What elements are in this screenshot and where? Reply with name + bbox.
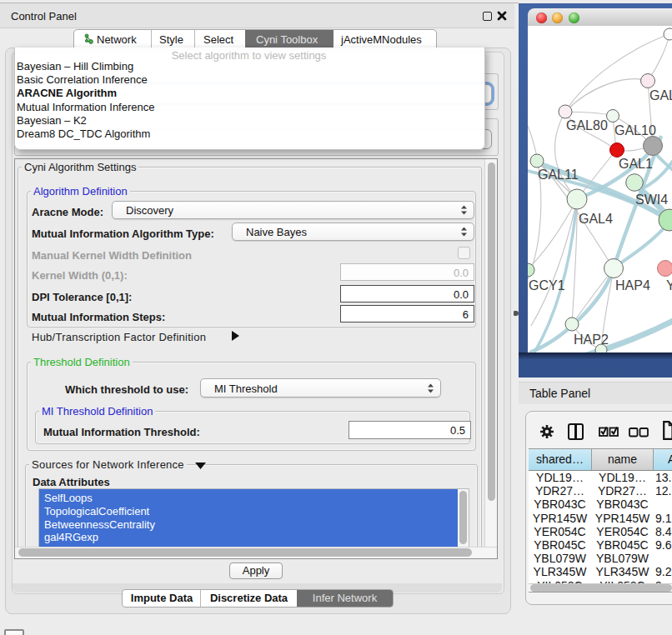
svg-text:YI: YI [666, 278, 672, 292]
svg-text:GAL1: GAL1 [619, 157, 653, 171]
svg-text:GAL80: GAL80 [566, 118, 608, 132]
svg-text:SWI4: SWI4 [635, 192, 668, 207]
svg-text:HAP2: HAP2 [574, 332, 609, 347]
svg-text:GAL11: GAL11 [538, 168, 579, 182]
svg-text:GAL4: GAL4 [579, 212, 613, 226]
svg-text:HAP4: HAP4 [615, 278, 650, 292]
svg-text:GAL7: GAL7 [649, 88, 672, 102]
svg-text:GAL10: GAL10 [614, 123, 656, 138]
svg-text:GCY1: GCY1 [529, 278, 565, 292]
